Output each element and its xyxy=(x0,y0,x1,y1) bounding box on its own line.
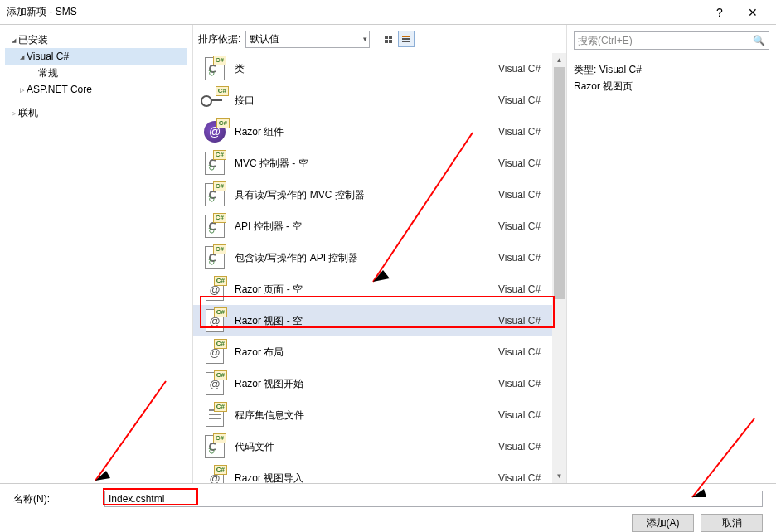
expand-icon[interactable] xyxy=(8,109,18,117)
template-item-lang: Visual C# xyxy=(498,472,556,483)
template-item-lang: Visual C# xyxy=(498,94,556,106)
template-item-icon xyxy=(203,404,226,427)
template-item-lang: Visual C# xyxy=(498,252,556,264)
template-item-lang: Visual C# xyxy=(498,315,556,326)
detail-text: 类型: Visual C# Razor 视图页 xyxy=(574,61,769,94)
template-item[interactable]: ↻类Visual C# xyxy=(193,53,566,85)
tree-label: ASP.NET Core xyxy=(27,84,92,95)
template-item[interactable]: ↻MVC 控制器 - 空Visual C# xyxy=(193,148,566,179)
detail-type-value: Visual C# xyxy=(599,64,642,75)
view-list-button[interactable] xyxy=(398,31,415,47)
tree-label: 常规 xyxy=(38,66,58,80)
template-item[interactable]: Razor 组件Visual C# xyxy=(193,116,566,148)
csharp-file-icon: ↻ xyxy=(205,215,225,238)
razor-file-icon xyxy=(206,372,224,395)
template-item-lang: Visual C# xyxy=(498,346,556,358)
grid-icon xyxy=(385,36,392,43)
tree-visual-csharp[interactable]: Visual C# xyxy=(5,48,187,65)
search-input[interactable]: 搜索(Ctrl+E) 🔍 xyxy=(574,31,769,50)
template-item[interactable]: 接口Visual C# xyxy=(193,85,566,116)
template-item-name: 程序集信息文件 xyxy=(235,409,490,423)
window-title: 添加新项 - SMS xyxy=(7,5,703,19)
template-item-name: MVC 控制器 - 空 xyxy=(235,157,490,171)
cancel-button[interactable]: 取消 xyxy=(701,514,763,532)
template-item[interactable]: Razor 视图导入Visual C# xyxy=(193,462,566,483)
search-icon: 🔍 xyxy=(753,35,765,46)
template-item-name: Razor 视图开始 xyxy=(235,377,490,391)
sort-value: 默认值 xyxy=(250,32,279,46)
doc-file-icon xyxy=(206,404,224,427)
help-button[interactable]: ? xyxy=(703,6,736,19)
razor-file-icon xyxy=(206,467,224,483)
template-item[interactable]: Razor 页面 - 空Visual C# xyxy=(193,273,566,305)
csharp-file-icon: ↻ xyxy=(205,435,225,458)
template-item-lang: Visual C# xyxy=(498,157,556,169)
template-item-icon xyxy=(203,309,226,332)
tree-label: 已安装 xyxy=(18,33,48,47)
template-item[interactable]: Razor 视图 - 空Visual C# xyxy=(193,305,566,336)
expand-icon[interactable] xyxy=(17,52,27,60)
template-item[interactable]: Razor 视图开始Visual C# xyxy=(193,368,566,399)
template-item-lang: Visual C# xyxy=(498,441,556,452)
view-mode-group xyxy=(380,31,415,47)
template-item-icon xyxy=(203,120,226,143)
scrollbar[interactable]: ▲ ▼ xyxy=(552,53,566,483)
scroll-up-button[interactable]: ▲ xyxy=(552,53,566,67)
template-item-name: 具有读/写操作的 MVC 控制器 xyxy=(235,188,490,202)
template-list[interactable]: ↻类Visual C#接口Visual C#Razor 组件Visual C#↻… xyxy=(193,53,566,483)
name-row: 名称(N): xyxy=(13,491,763,507)
template-item[interactable]: ↻代码文件Visual C# xyxy=(193,431,566,462)
toolbar: 排序依据: 默认值 ▾ xyxy=(193,25,566,53)
template-item-icon xyxy=(203,278,226,301)
tree-aspnet-core[interactable]: ASP.NET Core xyxy=(5,81,187,98)
csharp-file-icon: ↻ xyxy=(205,152,225,175)
expand-icon[interactable] xyxy=(8,36,18,44)
view-grid-button[interactable] xyxy=(380,31,396,47)
template-item-icon xyxy=(203,341,226,364)
razor-component-icon xyxy=(204,121,226,143)
detail-type-label: 类型: xyxy=(574,64,596,75)
expand-icon[interactable] xyxy=(17,85,27,94)
tree-general[interactable]: 常规 xyxy=(5,65,187,81)
csharp-file-icon: ↻ xyxy=(205,183,225,206)
detail-description: Razor 视图页 xyxy=(574,80,633,92)
template-item[interactable]: ↻具有读/写操作的 MVC 控制器Visual C# xyxy=(193,179,566,210)
tree-installed[interactable]: 已安装 xyxy=(5,31,187,48)
template-item[interactable]: 程序集信息文件Visual C# xyxy=(193,399,566,431)
template-item-icon: ↻ xyxy=(203,152,226,175)
template-item[interactable]: ↻包含读/写操作的 API 控制器Visual C# xyxy=(193,242,566,273)
button-row: 添加(A) 取消 xyxy=(13,514,763,532)
name-label: 名称(N): xyxy=(13,492,96,506)
template-item-name: API 控制器 - 空 xyxy=(235,220,490,234)
template-item-name: Razor 页面 - 空 xyxy=(235,283,490,297)
bottom-bar: 名称(N): 添加(A) 取消 xyxy=(0,483,776,532)
close-button[interactable]: ✕ xyxy=(736,6,769,19)
template-item-icon: ↻ xyxy=(203,215,226,238)
template-item-icon: ↻ xyxy=(203,435,226,458)
tree-online[interactable]: 联机 xyxy=(5,104,187,121)
template-item-lang: Visual C# xyxy=(498,126,556,138)
scroll-thumb[interactable] xyxy=(554,67,565,299)
sort-label: 排序依据: xyxy=(198,32,240,46)
template-item-icon: ↻ xyxy=(203,57,226,80)
sort-dropdown[interactable]: 默认值 ▾ xyxy=(245,31,370,48)
template-item[interactable]: Razor 布局Visual C# xyxy=(193,336,566,368)
add-button[interactable]: 添加(A) xyxy=(632,514,694,532)
template-item-icon xyxy=(203,467,226,483)
main-area: 已安装 Visual C# 常规 ASP.NET Core 联机 排序依据: 默… xyxy=(0,25,776,483)
title-bar: 添加新项 - SMS ? ✕ xyxy=(0,0,776,25)
template-item[interactable]: ↻API 控制器 - 空Visual C# xyxy=(193,210,566,242)
template-item-name: 类 xyxy=(235,62,490,76)
template-item-icon: ↻ xyxy=(203,246,226,269)
name-input[interactable] xyxy=(104,491,763,507)
list-icon xyxy=(402,36,410,42)
template-item-name: Razor 布局 xyxy=(235,346,490,360)
csharp-file-icon: ↻ xyxy=(205,57,225,80)
template-item-name: Razor 视图 - 空 xyxy=(235,314,490,328)
search-placeholder: 搜索(Ctrl+E) xyxy=(578,34,633,48)
tree-label: Visual C# xyxy=(27,51,69,62)
template-item-name: Razor 组件 xyxy=(235,125,490,139)
template-item-icon xyxy=(203,372,226,395)
scroll-down-button[interactable]: ▼ xyxy=(552,469,566,483)
razor-file-icon xyxy=(206,341,224,364)
